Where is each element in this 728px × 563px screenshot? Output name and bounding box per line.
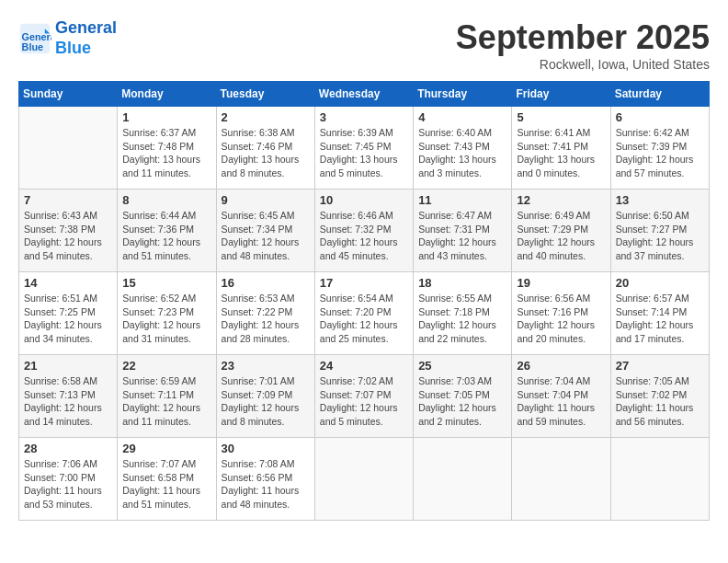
- day-number: 12: [517, 193, 605, 207]
- calendar-cell: 7Sunrise: 6:43 AMSunset: 7:38 PMDaylight…: [19, 190, 118, 272]
- day-number: 10: [320, 193, 408, 207]
- calendar-cell: [512, 438, 610, 521]
- day-info: Sunrise: 7:05 AMSunset: 7:02 PMDaylight:…: [616, 374, 704, 429]
- calendar-cell: 12Sunrise: 6:49 AMSunset: 7:29 PMDayligh…: [512, 190, 610, 272]
- day-info: Sunrise: 6:55 AMSunset: 7:18 PMDaylight:…: [418, 292, 506, 346]
- calendar-cell: 23Sunrise: 7:01 AMSunset: 7:09 PMDayligh…: [216, 355, 314, 438]
- day-number: 18: [418, 276, 506, 290]
- day-header-monday: Monday: [118, 82, 216, 107]
- calendar-week-4: 21Sunrise: 6:58 AMSunset: 7:13 PMDayligh…: [19, 355, 710, 438]
- calendar-cell: 5Sunrise: 6:41 AMSunset: 7:41 PMDaylight…: [512, 107, 610, 190]
- day-number: 15: [122, 276, 210, 290]
- day-info: Sunrise: 6:54 AMSunset: 7:20 PMDaylight:…: [320, 292, 408, 346]
- day-header-saturday: Saturday: [610, 82, 709, 107]
- calendar-cell: 16Sunrise: 6:53 AMSunset: 7:22 PMDayligh…: [216, 272, 314, 355]
- day-number: 24: [320, 359, 408, 373]
- calendar-cell: 22Sunrise: 6:59 AMSunset: 7:11 PMDayligh…: [118, 355, 216, 438]
- day-number: 1: [122, 110, 210, 124]
- calendar-cell: [610, 438, 709, 521]
- calendar-cell: 10Sunrise: 6:46 AMSunset: 7:32 PMDayligh…: [314, 190, 413, 272]
- calendar-week-5: 28Sunrise: 7:06 AMSunset: 7:00 PMDayligh…: [19, 438, 710, 521]
- calendar-cell: 17Sunrise: 6:54 AMSunset: 7:20 PMDayligh…: [314, 272, 413, 355]
- calendar-week-3: 14Sunrise: 6:51 AMSunset: 7:25 PMDayligh…: [19, 272, 710, 355]
- day-header-friday: Friday: [512, 82, 610, 107]
- day-info: Sunrise: 6:43 AMSunset: 7:38 PMDaylight:…: [24, 209, 112, 263]
- day-info: Sunrise: 6:46 AMSunset: 7:32 PMDaylight:…: [320, 209, 408, 263]
- calendar-week-2: 7Sunrise: 6:43 AMSunset: 7:38 PMDaylight…: [19, 190, 710, 272]
- calendar-cell: 27Sunrise: 7:05 AMSunset: 7:02 PMDayligh…: [610, 355, 709, 438]
- day-info: Sunrise: 7:02 AMSunset: 7:07 PMDaylight:…: [320, 374, 408, 429]
- day-header-tuesday: Tuesday: [216, 82, 314, 107]
- day-header-sunday: Sunday: [19, 82, 118, 107]
- day-info: Sunrise: 6:56 AMSunset: 7:16 PMDaylight:…: [517, 292, 605, 346]
- location: Rockwell, Iowa, United States: [456, 57, 710, 72]
- day-info: Sunrise: 7:01 AMSunset: 7:09 PMDaylight:…: [222, 374, 310, 429]
- calendar-week-1: 1Sunrise: 6:37 AMSunset: 7:48 PMDaylight…: [19, 107, 710, 190]
- day-header-wednesday: Wednesday: [314, 82, 413, 107]
- day-info: Sunrise: 6:42 AMSunset: 7:39 PMDaylight:…: [616, 126, 704, 180]
- calendar-cell: 3Sunrise: 6:39 AMSunset: 7:45 PMDaylight…: [314, 107, 413, 190]
- day-number: 28: [24, 442, 112, 455]
- calendar-cell: 4Sunrise: 6:40 AMSunset: 7:43 PMDaylight…: [414, 107, 512, 190]
- calendar-cell: 18Sunrise: 6:55 AMSunset: 7:18 PMDayligh…: [414, 272, 512, 355]
- calendar-cell: 11Sunrise: 6:47 AMSunset: 7:31 PMDayligh…: [414, 190, 512, 272]
- calendar-cell: 2Sunrise: 6:38 AMSunset: 7:46 PMDaylight…: [216, 107, 314, 190]
- day-info: Sunrise: 6:51 AMSunset: 7:25 PMDaylight:…: [24, 292, 112, 346]
- svg-text:Blue: Blue: [22, 40, 43, 52]
- day-info: Sunrise: 6:58 AMSunset: 7:13 PMDaylight:…: [24, 374, 112, 429]
- logo-text: General Blue: [55, 18, 117, 58]
- day-number: 16: [222, 276, 310, 290]
- day-info: Sunrise: 7:03 AMSunset: 7:05 PMDaylight:…: [418, 374, 506, 429]
- calendar-cell: 25Sunrise: 7:03 AMSunset: 7:05 PMDayligh…: [414, 355, 512, 438]
- day-header-thursday: Thursday: [414, 82, 512, 107]
- calendar-cell: 24Sunrise: 7:02 AMSunset: 7:07 PMDayligh…: [314, 355, 413, 438]
- calendar-cell: 19Sunrise: 6:56 AMSunset: 7:16 PMDayligh…: [512, 272, 610, 355]
- day-number: 6: [616, 110, 704, 124]
- day-info: Sunrise: 6:47 AMSunset: 7:31 PMDaylight:…: [418, 209, 506, 263]
- day-info: Sunrise: 6:40 AMSunset: 7:43 PMDaylight:…: [418, 126, 506, 180]
- calendar-cell: [314, 438, 413, 521]
- logo-icon: General Blue: [18, 22, 51, 55]
- calendar-cell: [19, 107, 118, 190]
- day-number: 30: [222, 442, 310, 455]
- day-info: Sunrise: 6:50 AMSunset: 7:27 PMDaylight:…: [616, 209, 704, 263]
- calendar-header-row: SundayMondayTuesdayWednesdayThursdayFrid…: [19, 82, 710, 107]
- day-number: 13: [616, 193, 704, 207]
- day-number: 7: [24, 193, 112, 207]
- day-info: Sunrise: 6:59 AMSunset: 7:11 PMDaylight:…: [122, 374, 210, 429]
- calendar-cell: 15Sunrise: 6:52 AMSunset: 7:23 PMDayligh…: [118, 272, 216, 355]
- day-info: Sunrise: 6:45 AMSunset: 7:34 PMDaylight:…: [222, 209, 310, 263]
- title-block: September 2025 Rockwell, Iowa, United St…: [456, 18, 710, 72]
- day-info: Sunrise: 6:52 AMSunset: 7:23 PMDaylight:…: [122, 292, 210, 346]
- day-info: Sunrise: 6:41 AMSunset: 7:41 PMDaylight:…: [517, 126, 605, 180]
- day-number: 25: [418, 359, 506, 373]
- calendar-cell: 1Sunrise: 6:37 AMSunset: 7:48 PMDaylight…: [118, 107, 216, 190]
- calendar-cell: 13Sunrise: 6:50 AMSunset: 7:27 PMDayligh…: [610, 190, 709, 272]
- day-info: Sunrise: 6:49 AMSunset: 7:29 PMDaylight:…: [517, 209, 605, 263]
- month-title: September 2025: [456, 18, 710, 57]
- day-info: Sunrise: 7:08 AMSunset: 6:56 PMDaylight:…: [222, 457, 310, 511]
- calendar-cell: [414, 438, 512, 521]
- calendar-cell: 28Sunrise: 7:06 AMSunset: 7:00 PMDayligh…: [19, 438, 118, 521]
- day-number: 19: [517, 276, 605, 290]
- day-number: 9: [222, 193, 310, 207]
- calendar-cell: 21Sunrise: 6:58 AMSunset: 7:13 PMDayligh…: [19, 355, 118, 438]
- calendar-cell: 9Sunrise: 6:45 AMSunset: 7:34 PMDaylight…: [216, 190, 314, 272]
- calendar-cell: 26Sunrise: 7:04 AMSunset: 7:04 PMDayligh…: [512, 355, 610, 438]
- day-number: 22: [122, 359, 210, 373]
- day-number: 29: [122, 442, 210, 455]
- day-number: 4: [418, 110, 506, 124]
- day-number: 8: [122, 193, 210, 207]
- calendar-cell: 14Sunrise: 6:51 AMSunset: 7:25 PMDayligh…: [19, 272, 118, 355]
- day-number: 17: [320, 276, 408, 290]
- day-info: Sunrise: 7:07 AMSunset: 6:58 PMDaylight:…: [122, 457, 210, 511]
- day-info: Sunrise: 7:04 AMSunset: 7:04 PMDaylight:…: [517, 374, 605, 429]
- calendar-cell: 20Sunrise: 6:57 AMSunset: 7:14 PMDayligh…: [610, 272, 709, 355]
- day-info: Sunrise: 6:57 AMSunset: 7:14 PMDaylight:…: [616, 292, 704, 346]
- day-number: 14: [24, 276, 112, 290]
- day-info: Sunrise: 6:44 AMSunset: 7:36 PMDaylight:…: [122, 209, 210, 263]
- logo: General Blue General Blue: [18, 18, 117, 58]
- day-info: Sunrise: 7:06 AMSunset: 7:00 PMDaylight:…: [24, 457, 112, 511]
- calendar-cell: 8Sunrise: 6:44 AMSunset: 7:36 PMDaylight…: [118, 190, 216, 272]
- day-number: 11: [418, 193, 506, 207]
